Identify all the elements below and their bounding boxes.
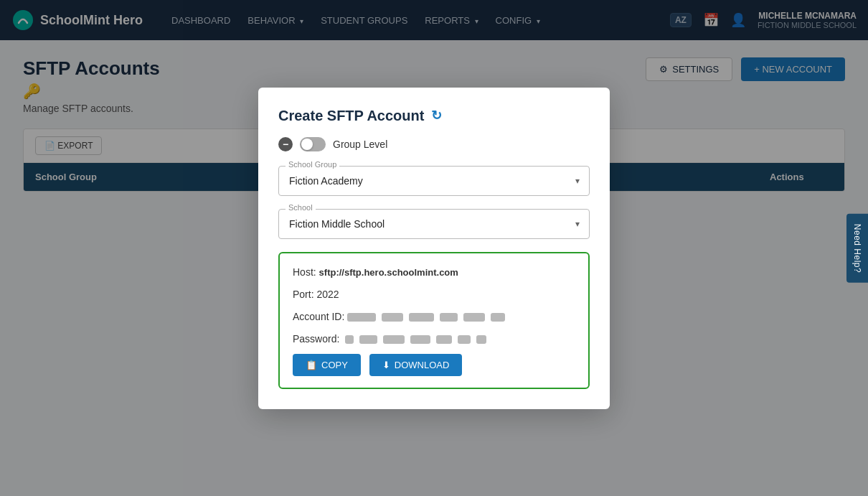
account-id-blur-5 <box>463 313 485 322</box>
school-label: School <box>286 203 316 212</box>
info-actions: 📋 COPY ⬇ DOWNLOAD <box>293 354 575 376</box>
school-group-select[interactable]: Fiction Academy <box>278 166 590 196</box>
account-id-blur-2 <box>382 313 403 322</box>
password-label: Password: <box>293 333 339 345</box>
need-help-button[interactable]: Need Help? <box>846 213 868 282</box>
password-blur-1 <box>345 335 354 344</box>
password-blur-6 <box>458 335 471 344</box>
school-select[interactable]: Fiction Middle School <box>278 209 590 239</box>
group-level-toggle[interactable] <box>300 137 326 151</box>
download-icon: ⬇ <box>382 360 390 370</box>
modal: Create SFTP Account ↻ − Group Level Scho… <box>258 88 610 409</box>
account-id-blur-1 <box>347 313 376 322</box>
school-field: School Fiction Middle School ▾ <box>278 209 590 239</box>
password-blur-3 <box>383 335 405 344</box>
sftp-info-box: Host: sftp://sftp.hero.schoolmint.com Po… <box>278 252 590 389</box>
account-id-blur-4 <box>440 313 458 322</box>
password-blur-7 <box>476 335 486 344</box>
account-id-row: Account ID: <box>293 309 575 324</box>
copy-button[interactable]: 📋 COPY <box>293 354 361 376</box>
modal-title: Create SFTP Account ↻ <box>278 108 590 124</box>
password-blur-5 <box>436 335 452 344</box>
school-group-field: School Group Fiction Academy ▾ <box>278 166 590 196</box>
toggle-minus-icon: − <box>278 137 293 151</box>
toggle-row: − Group Level <box>278 137 590 151</box>
account-id-label: Account ID: <box>293 311 344 322</box>
host-label: Host: <box>293 266 316 278</box>
password-blur-2 <box>359 335 377 344</box>
port-row: Port: 2022 <box>293 287 575 302</box>
toggle-label: Group Level <box>333 139 387 150</box>
school-group-label: School Group <box>286 160 339 169</box>
modal-overlay[interactable]: Create SFTP Account ↻ − Group Level Scho… <box>0 0 868 496</box>
password-row: Password: <box>293 332 575 347</box>
host-row: Host: sftp://sftp.hero.schoolmint.com <box>293 265 575 280</box>
copy-icon: 📋 <box>306 360 317 370</box>
port-label: Port: <box>293 289 314 300</box>
account-id-blur-3 <box>409 313 434 322</box>
toggle-knob <box>301 139 313 150</box>
port-value: 2022 <box>316 289 339 300</box>
account-id-blur-6 <box>491 313 505 322</box>
host-value: sftp://sftp.hero.schoolmint.com <box>319 267 458 278</box>
refresh-icon[interactable]: ↻ <box>431 108 442 123</box>
password-blur-4 <box>410 335 430 344</box>
download-button[interactable]: ⬇ DOWNLOAD <box>369 354 463 376</box>
